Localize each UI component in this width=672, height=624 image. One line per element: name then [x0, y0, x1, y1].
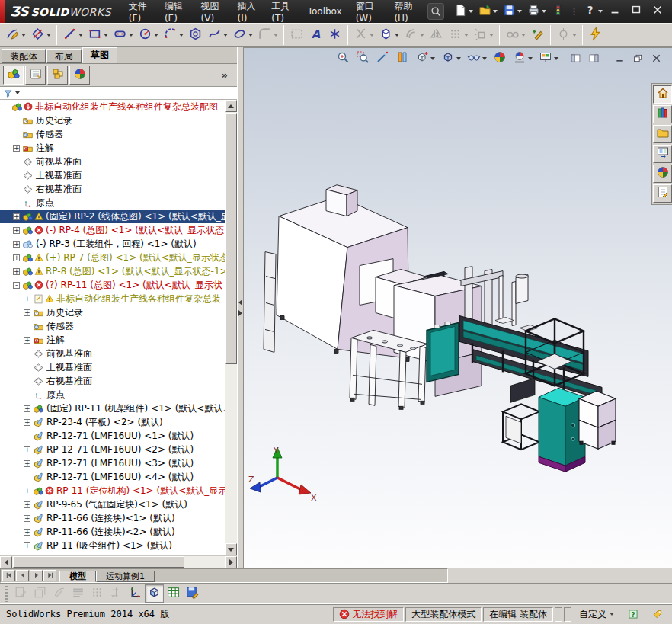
- tree-item[interactable]: +(-) RP-4 (总图) <1> (默认<默认_显示状态: [0, 223, 225, 237]
- tree-item[interactable]: +(-) RP-3 (工装组件，回程) <1> (默认): [0, 237, 225, 251]
- expand-toggle[interactable]: +: [13, 241, 20, 248]
- expand-toggle[interactable]: +: [24, 515, 30, 522]
- tree-item[interactable]: +非标自动化组装生产线各种组件复杂总装: [0, 292, 225, 306]
- expand-toggle[interactable]: +: [24, 296, 30, 302]
- save-button[interactable]: [501, 2, 524, 21]
- expand-toggle[interactable]: +: [24, 529, 30, 536]
- open-document-button[interactable]: [476, 2, 500, 21]
- tree-item[interactable]: 右视基准面: [0, 182, 225, 196]
- tree-item[interactable]: +RP-12-71 (LMF16UU) <2> (默认): [0, 443, 225, 456]
- convert-entities-dropdown-icon[interactable]: [395, 34, 399, 37]
- menu-窗口(W)[interactable]: 窗口(W): [349, 0, 388, 23]
- hide-show-items-button[interactable]: [465, 50, 489, 68]
- mate-solve-failure[interactable]: 无法找到解: [333, 607, 404, 622]
- help-button[interactable]: ?: [581, 2, 605, 21]
- tree-item[interactable]: 上视基准面: [0, 168, 225, 182]
- apply-scene-dropdown-icon[interactable]: [528, 57, 533, 60]
- featuremanager-design-tree-tab[interactable]: [3, 66, 24, 85]
- zoom-to-area-button[interactable]: [354, 50, 372, 68]
- expand-toggle[interactable]: +: [13, 145, 20, 152]
- ellipse-dropdown-icon[interactable]: [248, 34, 253, 37]
- spline-button[interactable]: [205, 25, 230, 45]
- horizontal-scroll-thumb[interactable]: [13, 556, 184, 568]
- tree-horizontal-scrollbar[interactable]: [0, 555, 237, 568]
- solidworks-resources-tab[interactable]: [653, 85, 672, 104]
- tree-item[interactable]: +RP-9-65 (气缸固定块)<1> (默认): [0, 498, 225, 511]
- corner-rectangle-button[interactable]: [85, 25, 110, 45]
- tree-item[interactable]: 原点: [0, 196, 225, 210]
- tree-item[interactable]: +历史记录: [0, 306, 225, 319]
- filter-dropdown-icon[interactable]: [15, 91, 20, 94]
- zoom-to-fit-button[interactable]: [334, 50, 352, 68]
- display-style-dropdown-icon[interactable]: [456, 57, 461, 60]
- view-orientation-dropdown-icon[interactable]: [430, 57, 435, 60]
- rebuild-traffic-light-button[interactable]: [549, 2, 567, 21]
- sketch-button[interactable]: [3, 25, 28, 45]
- design-library-tab[interactable]: [653, 105, 672, 123]
- expand-toggle[interactable]: +: [24, 419, 30, 426]
- apply-scene-button[interactable]: [510, 50, 535, 68]
- vertical-scroll-thumb[interactable]: [225, 113, 237, 364]
- large-assembly-mode[interactable]: 大型装配体模式: [405, 607, 482, 622]
- tree-item[interactable]: +RP-11-66 (连接块)<1> (默认): [0, 511, 225, 525]
- spline-dropdown-icon[interactable]: [223, 34, 228, 37]
- straight-slot-button[interactable]: [110, 25, 136, 45]
- tags[interactable]: [646, 607, 669, 622]
- tree-item[interactable]: +RP-11-66 (连接块)<2> (默认): [0, 525, 225, 539]
- tree-item[interactable]: +A注解: [0, 141, 225, 155]
- tree-item[interactable]: 右视基准面: [0, 374, 225, 388]
- view-settings-dropdown-icon[interactable]: [554, 57, 558, 60]
- tree-vertical-scrollbar[interactable]: [225, 100, 237, 555]
- save-table-button[interactable]: [183, 584, 202, 603]
- toggle-right-pane-button[interactable]: [586, 51, 602, 69]
- menu-工具(T)[interactable]: 工具(T): [264, 0, 300, 23]
- hide-show-items-dropdown-icon[interactable]: [482, 57, 487, 60]
- expand-toggle[interactable]: +: [24, 405, 30, 412]
- sketch-text-button[interactable]: A: [306, 25, 325, 45]
- corner-rectangle-dropdown-icon[interactable]: [104, 34, 108, 37]
- tree-item[interactable]: +RP-8 (总图) <1> (默认<默认_显示状态-1>): [0, 264, 225, 278]
- menu-Toolbox[interactable]: Toolbox: [301, 0, 349, 23]
- restore-document-button[interactable]: [630, 51, 646, 69]
- tab-布局[interactable]: 布局: [46, 49, 82, 63]
- panel-overflow-chevron[interactable]: »: [222, 69, 234, 81]
- menu-文件(F)[interactable]: 文件(F): [122, 0, 158, 23]
- tree-item[interactable]: RP-12-71 (LMF16UU) <4> (默认): [0, 470, 225, 484]
- scroll-down-button[interactable]: [225, 543, 237, 555]
- view-settings-button[interactable]: [536, 50, 561, 68]
- point-button[interactable]: [325, 25, 344, 45]
- tree-item[interactable]: -(?) RP-11 (总图) <1> (默认<默认_显示状: [0, 278, 225, 292]
- scroll-up-button[interactable]: [225, 100, 237, 112]
- magnified-selection-button[interactable]: [373, 50, 392, 68]
- expand-toggle[interactable]: +: [24, 501, 30, 508]
- smart-dimension-dropdown-icon[interactable]: [46, 34, 51, 37]
- tree-item[interactable]: 原点: [0, 388, 225, 402]
- expand-toggle[interactable]: +: [24, 488, 30, 494]
- line-dropdown-icon[interactable]: [78, 34, 83, 37]
- custom-properties-tab[interactable]: [653, 184, 672, 203]
- minimize-window-button[interactable]: [605, 4, 625, 19]
- print-button[interactable]: [525, 2, 549, 21]
- display-style-button[interactable]: [439, 50, 463, 68]
- expand-toggle[interactable]: +: [13, 227, 20, 234]
- scroll-right-button[interactable]: [225, 556, 237, 568]
- circle-button[interactable]: [136, 25, 161, 45]
- tab-装配体[interactable]: 装配体: [2, 49, 46, 63]
- panel-splitter[interactable]: [237, 47, 244, 568]
- search-icon[interactable]: [427, 3, 444, 20]
- maximize-window-button[interactable]: [626, 4, 646, 19]
- tree-item[interactable]: 前视基准面: [0, 347, 225, 360]
- tree-item[interactable]: +A注解: [0, 333, 225, 347]
- quick-tips[interactable]: ?: [622, 607, 645, 622]
- file-explorer-tab[interactable]: [653, 125, 672, 143]
- scroll-left-button[interactable]: [0, 556, 12, 568]
- line-button[interactable]: [60, 25, 85, 45]
- repair-sketch-button[interactable]: [528, 25, 547, 45]
- display-manager-tab[interactable]: [69, 66, 90, 85]
- first-tab-button[interactable]: [2, 570, 15, 581]
- spacer-cell-2[interactable]: [564, 607, 571, 622]
- expand-toggle[interactable]: -: [13, 282, 20, 289]
- new-document-dropdown-icon[interactable]: [469, 10, 473, 13]
- property-manager-tab[interactable]: [25, 66, 46, 85]
- expand-toggle[interactable]: +: [24, 309, 30, 316]
